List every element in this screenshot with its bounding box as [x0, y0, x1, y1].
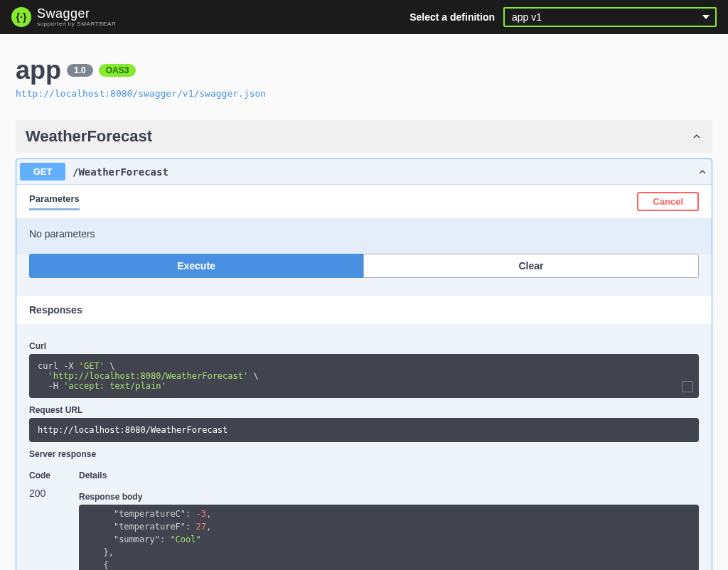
curl-codeblock[interactable]: curl -X 'GET' \ 'http://localhost:8080/W…: [29, 354, 699, 398]
status-code: 200: [29, 485, 79, 499]
responses-header: Responses: [16, 295, 712, 324]
copy-icon[interactable]: [682, 381, 693, 392]
swagger-icon: {·}: [11, 7, 31, 27]
tag-name: WeatherForecast: [26, 127, 152, 146]
version-badge: 1.0: [67, 64, 93, 77]
cancel-button[interactable]: Cancel: [637, 192, 699, 211]
code-column-header: Code: [29, 470, 79, 480]
parameters-bar: Parameters Cancel: [16, 185, 712, 218]
operation-summary[interactable]: GET /WeatherForecast: [16, 159, 712, 184]
api-title-row: app 1.0 OAS3: [16, 55, 712, 85]
brand-name: Swagger: [37, 7, 116, 20]
clear-button[interactable]: Clear: [363, 254, 699, 278]
no-parameters-text: No parameters: [16, 218, 712, 254]
topbar-brand: {·} Swagger supported by SMARTBEAR: [11, 7, 116, 27]
select-definition-label: Select a definition: [410, 11, 495, 23]
method-badge: GET: [20, 163, 65, 181]
parameters-tab[interactable]: Parameters: [29, 193, 80, 210]
response-table-header: Code Details: [29, 466, 699, 485]
curl-label: Curl: [29, 341, 699, 351]
definition-select[interactable]: app v1: [503, 7, 717, 27]
response-row: 200 Response body "temperatureC": -3, "t…: [29, 485, 699, 570]
response-body-codeblock[interactable]: "temperatureC": -3, "temperatureF": 27, …: [79, 505, 699, 570]
execute-button[interactable]: Execute: [29, 254, 363, 278]
topbar: {·} Swagger supported by SMARTBEAR Selec…: [0, 0, 728, 34]
chevron-up-icon: [691, 131, 702, 142]
response-body-label: Response body: [79, 492, 699, 502]
brand-sub: supported by SMARTBEAR: [37, 21, 116, 27]
swagger-logo: {·} Swagger supported by SMARTBEAR: [11, 7, 116, 27]
details-column-header: Details: [79, 470, 107, 480]
tag-header[interactable]: WeatherForecast: [16, 120, 712, 153]
execute-row: Execute Clear: [16, 254, 712, 295]
api-title: app: [16, 55, 61, 85]
swagger-json-link[interactable]: http://localhost:8080/swagger/v1/swagger…: [16, 88, 266, 99]
oas-badge: OAS3: [99, 64, 136, 77]
server-response-label: Server response: [29, 449, 699, 459]
chevron-up-icon: [697, 166, 708, 178]
request-url-label: Request URL: [29, 405, 699, 415]
request-url-codeblock[interactable]: http://localhost:8080/WeatherForecast: [29, 418, 699, 442]
operation-path: /WeatherForecast: [73, 166, 168, 178]
topbar-right: Select a definition app v1: [410, 7, 717, 27]
operation-block: GET /WeatherForecast Parameters Cancel N…: [16, 158, 712, 570]
